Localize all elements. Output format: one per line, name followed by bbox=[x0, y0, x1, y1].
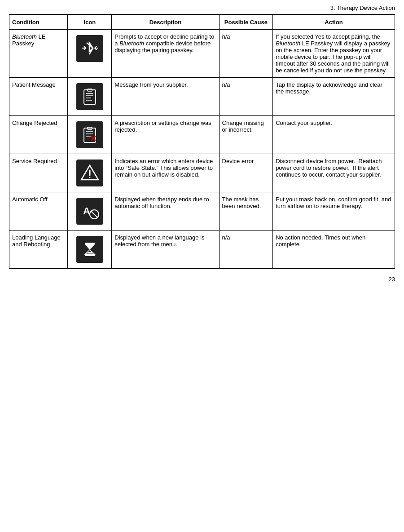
col-header-icon: Icon bbox=[68, 15, 112, 30]
action-cell-bluetooth: If you selected Yes to accept pairing, t… bbox=[273, 30, 395, 78]
table-row: Automatic Off A Displayed when therapy e bbox=[9, 192, 395, 231]
change-rejected-icon bbox=[76, 121, 103, 148]
col-header-description: Description bbox=[112, 15, 219, 30]
condition-cell-loading: Loading Language and Rebooting bbox=[9, 231, 68, 269]
service-required-icon bbox=[76, 160, 103, 186]
automatic-off-icon: A bbox=[76, 198, 103, 225]
description-cell-patient: Message from your supplier. bbox=[112, 78, 219, 116]
description-cell-auto: Displayed when therapy ends due to autom… bbox=[112, 192, 219, 231]
svg-rect-2 bbox=[84, 90, 96, 104]
icon-cell-patient bbox=[68, 78, 112, 116]
col-header-cause: Possible Cause bbox=[219, 15, 273, 30]
svg-point-17 bbox=[89, 177, 90, 178]
svg-line-20 bbox=[91, 211, 97, 217]
description-cell-bluetooth: Prompts to accept or decline pairing to … bbox=[112, 30, 219, 78]
condition-cell-service: Service Required bbox=[9, 154, 68, 192]
table-row: Change Rejected bbox=[9, 116, 395, 154]
description-cell-service: Indicates an error which enters device i… bbox=[112, 154, 219, 192]
cause-cell-change: Change missing or incorrect. bbox=[219, 116, 273, 154]
svg-rect-8 bbox=[84, 128, 96, 142]
table-row: Bluetooth LE Passkey bbox=[9, 30, 395, 78]
table-row: Loading Language and Rebooting bbox=[9, 231, 395, 269]
action-cell-loading: No action needed. Times out when complet… bbox=[273, 231, 395, 269]
cause-cell-auto: The mask has been removed. bbox=[219, 192, 273, 231]
table-row: Patient Message bbox=[9, 78, 395, 116]
bluetooth-passkey-svg bbox=[79, 38, 100, 59]
icon-cell-bluetooth bbox=[68, 30, 112, 78]
action-cell-service: Disconnect device from power. Reattach p… bbox=[273, 154, 395, 192]
cause-cell-service: Device error bbox=[219, 154, 273, 192]
page-title: 3. Therapy Device Action bbox=[330, 4, 395, 11]
condition-cell-patient: Patient Message bbox=[9, 78, 68, 116]
description-cell-loading: Displayed when a new language is selecte… bbox=[112, 231, 219, 269]
icon-cell-change bbox=[68, 116, 112, 154]
loading-language-icon bbox=[76, 236, 103, 263]
condition-cell-change: Change Rejected bbox=[9, 116, 68, 154]
col-header-action: Action bbox=[273, 15, 395, 30]
main-table: Condition Icon Description Possible Caus… bbox=[9, 15, 395, 269]
table-row: Service Required Indicates an bbox=[9, 154, 395, 192]
description-cell-change: A prescription or settings change was re… bbox=[112, 116, 219, 154]
icon-cell-service bbox=[68, 154, 112, 192]
icon-cell-auto: A bbox=[68, 192, 112, 231]
condition-cell: Bluetooth LE Passkey bbox=[9, 30, 68, 78]
svg-text:A: A bbox=[83, 205, 90, 217]
condition-cell-auto: Automatic Off bbox=[9, 192, 68, 231]
col-header-condition: Condition bbox=[9, 15, 68, 30]
action-cell-change: Contact your supplier. bbox=[273, 116, 395, 154]
bluetooth-le-passkey-icon bbox=[76, 35, 103, 62]
cause-cell-loading: n/a bbox=[219, 231, 273, 269]
svg-rect-21 bbox=[85, 243, 95, 244]
page-number: 23 bbox=[389, 276, 395, 283]
cause-cell-patient: n/a bbox=[219, 78, 273, 116]
cause-cell-bluetooth: n/a bbox=[219, 30, 273, 78]
action-cell-auto: Put your mask back on, confirm good fit,… bbox=[273, 192, 395, 231]
page-number-container: 23 bbox=[9, 276, 395, 283]
action-cell-patient: Tap the display to acknowledge and clear… bbox=[273, 78, 395, 116]
svg-marker-23 bbox=[85, 244, 95, 250]
page-header: 3. Therapy Device Action bbox=[9, 4, 395, 15]
patient-message-icon bbox=[76, 83, 103, 110]
icon-cell-loading bbox=[68, 231, 112, 269]
